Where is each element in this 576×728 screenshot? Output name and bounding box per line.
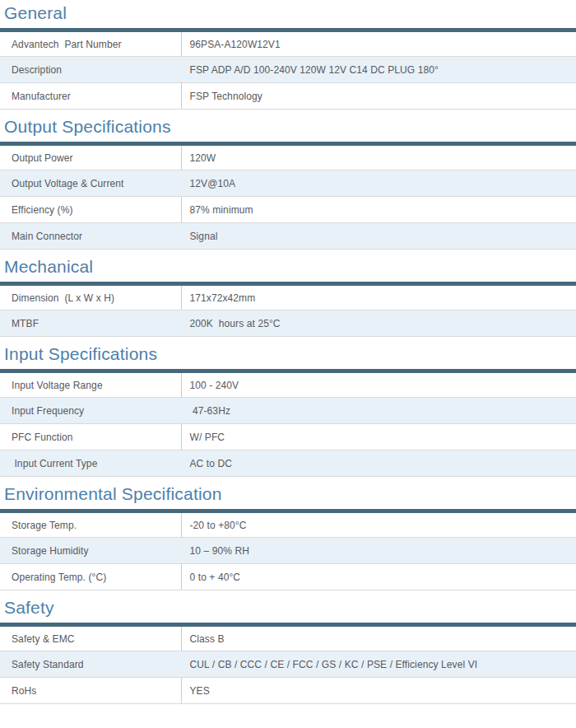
spec-label: Safety Standard	[0, 651, 181, 678]
section-title: Environmental Specification	[4, 484, 576, 504]
spec-label: Efficiency (%)	[0, 197, 181, 223]
spec-label: Main Connector	[0, 223, 181, 250]
spec-value: W/ PFC	[181, 424, 576, 450]
table-row: Safety & EMCClass B	[0, 625, 576, 651]
spec-value: 200K hours at 25°C	[181, 310, 576, 337]
spec-label: Storage Temp.	[0, 511, 181, 538]
spec-label: Description	[0, 57, 181, 83]
spec-label: Advantech Part Number	[0, 30, 181, 57]
spec-label: Dimension (L x W x H)	[0, 284, 181, 310]
table-row: ManufacturerFSP Technology	[0, 83, 576, 110]
spec-value: Signal	[181, 223, 576, 250]
spec-table: Output Power120WOutput Voltage & Current…	[0, 142, 576, 250]
spec-table: Input Voltage Range100 - 240VInput Frequ…	[0, 369, 576, 477]
spec-table: Dimension (L x W x H)171x72x42mmMTBF200K…	[0, 282, 576, 337]
section-title: Mechanical	[4, 257, 576, 277]
spec-value: 100 - 240V	[181, 371, 576, 398]
spec-value: FSP ADP A/D 100-240V 120W 12V C14 DC PLU…	[181, 57, 576, 83]
spec-table: Advantech Part Number96PSA-A120W12V1Desc…	[0, 28, 576, 110]
section-safety: SafetySafety & EMCClass BSafety Standard…	[0, 598, 576, 704]
section-title: Output Specifications	[4, 117, 576, 137]
spec-value: 171x72x42mm	[181, 284, 576, 310]
spec-label: Manufacturer	[0, 83, 181, 110]
spec-sheet-page: GeneralAdvantech Part Number96PSA-A120W1…	[0, 0, 576, 728]
spec-table: Storage Temp.-20 to +80°CStorage Humidit…	[0, 509, 576, 590]
spec-value: Class B	[181, 625, 576, 651]
spec-value: 10 – 90% RH	[181, 538, 576, 564]
spec-value: 87% minimum	[181, 197, 576, 223]
spec-value: 12V@10A	[181, 170, 576, 197]
spec-label: Output Power	[0, 144, 181, 170]
table-row: Input Voltage Range100 - 240V	[0, 371, 576, 398]
spec-label: Safety & EMC	[0, 625, 181, 651]
spec-label: Operating Temp. (°C)	[0, 564, 181, 590]
table-row: Input Current TypeAC to DC	[0, 450, 576, 477]
spec-value: YES	[181, 678, 576, 704]
spec-value: 0 to + 40°C	[181, 564, 576, 590]
spec-label: Output Voltage & Current	[0, 170, 181, 197]
table-row: Output Voltage & Current12V@10A	[0, 170, 576, 197]
table-row: Advantech Part Number96PSA-A120W12V1	[0, 30, 576, 57]
section-environmental-specification: Environmental SpecificationStorage Temp.…	[0, 484, 576, 590]
spec-value: 47-63Hz	[181, 398, 576, 424]
table-row: Safety StandardCUL / CB / CCC / CE / FCC…	[0, 651, 576, 678]
table-row: RoHsYES	[0, 678, 576, 704]
section-title: Input Specifications	[4, 344, 576, 364]
table-row: PFC FunctionW/ PFC	[0, 424, 576, 450]
section-title: General	[4, 3, 576, 23]
table-row: Storage Humidity10 – 90% RH	[0, 538, 576, 564]
table-row: Output Power120W	[0, 144, 576, 170]
section-title: Safety	[4, 598, 576, 618]
spec-table: Safety & EMCClass BSafety StandardCUL / …	[0, 623, 576, 704]
section-output-specifications: Output SpecificationsOutput Power120WOut…	[0, 117, 576, 250]
spec-label: PFC Function	[0, 424, 181, 450]
table-row: MTBF200K hours at 25°C	[0, 310, 576, 337]
spec-label: MTBF	[0, 310, 181, 337]
table-row: Input Frequency 47-63Hz	[0, 398, 576, 424]
spec-label: RoHs	[0, 678, 181, 704]
spec-value: FSP Technology	[181, 83, 576, 110]
spec-label: Input Voltage Range	[0, 371, 181, 398]
table-row: Main ConnectorSignal	[0, 223, 576, 250]
table-row: Efficiency (%)87% minimum	[0, 197, 576, 223]
table-row: Operating Temp. (°C)0 to + 40°C	[0, 564, 576, 590]
table-row: Dimension (L x W x H)171x72x42mm	[0, 284, 576, 310]
table-row: Storage Temp.-20 to +80°C	[0, 511, 576, 538]
spec-label: Input Frequency	[0, 398, 181, 424]
section-input-specifications: Input SpecificationsInput Voltage Range1…	[0, 344, 576, 477]
spec-value: 120W	[181, 144, 576, 170]
spec-value: AC to DC	[181, 450, 576, 477]
spec-label: Storage Humidity	[0, 538, 181, 564]
table-row: DescriptionFSP ADP A/D 100-240V 120W 12V…	[0, 57, 576, 83]
spec-label: Input Current Type	[0, 450, 181, 477]
section-general: GeneralAdvantech Part Number96PSA-A120W1…	[0, 3, 576, 110]
spec-value: -20 to +80°C	[181, 511, 576, 538]
spec-value: CUL / CB / CCC / CE / FCC / GS / KC / PS…	[181, 651, 576, 678]
spec-value: 96PSA-A120W12V1	[181, 30, 576, 57]
section-mechanical: MechanicalDimension (L x W x H)171x72x42…	[0, 257, 576, 337]
